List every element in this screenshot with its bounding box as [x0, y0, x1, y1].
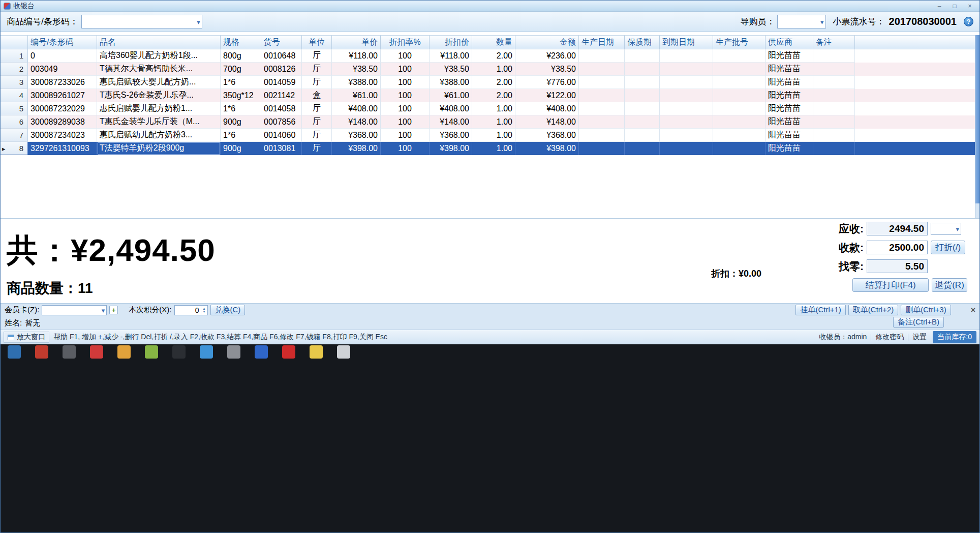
taskbar-icon[interactable]: [255, 345, 268, 359]
discount-button[interactable]: 打折(/): [931, 241, 965, 254]
chevron-down-icon[interactable]: ▾: [820, 18, 824, 25]
column-header[interactable]: 生产批号: [713, 36, 765, 49]
cell[interactable]: 1.00: [472, 63, 515, 76]
cell[interactable]: 300087234023: [28, 129, 97, 142]
taskbar-icon[interactable]: [282, 345, 295, 359]
spinner-arrows-icon[interactable]: ▴ ▾: [201, 306, 207, 315]
table-row[interactable]: 10高培360婴儿配方奶粉1段...800g0010648厅¥118.00100…: [1, 49, 979, 63]
spin-down-icon[interactable]: ▾: [203, 310, 205, 313]
cell[interactable]: 0013081: [261, 142, 302, 155]
cell[interactable]: [713, 49, 765, 63]
column-header[interactable]: 编号/条形码: [28, 36, 97, 49]
add-member-button[interactable]: +: [109, 306, 118, 314]
points-input[interactable]: 0 ▴ ▾: [174, 305, 208, 315]
taskbar-icon[interactable]: [90, 345, 103, 359]
cell[interactable]: 700g: [221, 63, 261, 76]
cell[interactable]: [813, 63, 855, 76]
row-header[interactable]: 6: [1, 115, 28, 129]
cell[interactable]: 1.00: [472, 142, 515, 155]
cell[interactable]: [660, 129, 713, 142]
cell[interactable]: 003049: [28, 63, 97, 76]
cell[interactable]: 100: [381, 89, 430, 102]
cell[interactable]: ¥398.00: [515, 142, 579, 155]
taskbar-icon[interactable]: [63, 345, 76, 359]
cell[interactable]: 3297261310093: [28, 142, 97, 155]
row-header[interactable]: ▸8: [1, 142, 28, 155]
cell[interactable]: ¥388.00: [430, 76, 472, 89]
cell[interactable]: [625, 89, 660, 102]
remark-button[interactable]: 备注(Ctrl+B): [893, 317, 944, 328]
cell[interactable]: T惠氏金装学儿乐厅装（M...: [97, 115, 221, 129]
cell[interactable]: [660, 89, 713, 102]
maximize-button[interactable]: □: [948, 2, 961, 10]
taskbar-icon[interactable]: [227, 345, 240, 359]
cell[interactable]: [713, 102, 765, 115]
cell[interactable]: 0010648: [261, 49, 302, 63]
column-header[interactable]: 规格: [221, 36, 261, 49]
cell[interactable]: 1.00: [472, 102, 515, 115]
cell[interactable]: 0: [28, 49, 97, 63]
retrieve-order-button[interactable]: 取单(Ctrl+2): [848, 305, 898, 315]
cell[interactable]: T德其尔大骨高钙助长米...: [97, 63, 221, 76]
cell[interactable]: 厅: [302, 129, 332, 142]
cell[interactable]: 1.00: [472, 115, 515, 129]
cell[interactable]: [660, 115, 713, 129]
taskbar-icon[interactable]: [310, 345, 323, 359]
cell[interactable]: 100: [381, 76, 430, 89]
cell[interactable]: 800g: [221, 49, 261, 63]
cell[interactable]: 厅: [302, 142, 332, 155]
cell[interactable]: 300087232029: [28, 102, 97, 115]
cell[interactable]: ¥408.00: [332, 102, 381, 115]
column-header[interactable]: 数量: [472, 36, 515, 49]
cell[interactable]: 厅: [302, 76, 332, 89]
cell[interactable]: 0014059: [261, 76, 302, 89]
table-row[interactable]: 4300089261027T惠氏S-26金装爱儿乐孕...350g*120021…: [1, 89, 979, 102]
column-header[interactable]: 生产日期: [579, 36, 625, 49]
cell[interactable]: 2.00: [472, 89, 515, 102]
minimize-button[interactable]: –: [933, 2, 946, 10]
cell[interactable]: [660, 102, 713, 115]
cell[interactable]: ¥368.00: [430, 129, 472, 142]
cell[interactable]: 100: [381, 142, 430, 155]
cell[interactable]: 300087233026: [28, 76, 97, 89]
cell[interactable]: [813, 115, 855, 129]
cell[interactable]: ¥61.00: [430, 89, 472, 102]
cell[interactable]: [625, 115, 660, 129]
cell[interactable]: 1*6: [221, 102, 261, 115]
cell[interactable]: 0007856: [261, 115, 302, 129]
cell[interactable]: 厅: [302, 63, 332, 76]
cell[interactable]: T惠氏S-26金装爱儿乐孕...: [97, 89, 221, 102]
row-header[interactable]: 7: [1, 129, 28, 142]
cell[interactable]: 900g: [221, 142, 261, 155]
cell[interactable]: 1*6: [221, 76, 261, 89]
exchange-button[interactable]: 兑换(C): [210, 305, 246, 315]
cell[interactable]: [713, 63, 765, 76]
cell[interactable]: ¥398.00: [430, 142, 472, 155]
cell[interactable]: [579, 76, 625, 89]
cell[interactable]: 0014058: [261, 102, 302, 115]
cell[interactable]: 惠氏启赋婴儿配方奶粉1...: [97, 102, 221, 115]
scrollbar-thumb[interactable]: [975, 35, 979, 203]
taskbar-icon[interactable]: [117, 345, 131, 359]
panel-close-icon[interactable]: ×: [971, 306, 975, 315]
cell[interactable]: [579, 129, 625, 142]
cell[interactable]: ¥148.00: [332, 115, 381, 129]
payment-method-select[interactable]: ▾: [931, 223, 961, 235]
cell[interactable]: 惠氏启赋较大婴儿配方奶...: [97, 76, 221, 89]
cell[interactable]: [625, 142, 660, 155]
cell[interactable]: 阳光苗苗: [765, 63, 813, 76]
row-header[interactable]: 2: [1, 63, 28, 76]
cell[interactable]: [713, 129, 765, 142]
cell[interactable]: [813, 76, 855, 89]
row-header[interactable]: 3: [1, 76, 28, 89]
table-row[interactable]: 7300087234023惠氏启赋幼儿配方奶粉3...1*60014060厅¥3…: [1, 129, 979, 142]
column-header[interactable]: 金额: [515, 36, 579, 49]
cell[interactable]: 2.00: [472, 76, 515, 89]
table-row[interactable]: 2003049T德其尔大骨高钙助长米...700g0008126厅¥38.501…: [1, 63, 979, 76]
cell[interactable]: [813, 89, 855, 102]
cell[interactable]: 100: [381, 63, 430, 76]
cell[interactable]: [579, 63, 625, 76]
cell[interactable]: 0014060: [261, 129, 302, 142]
cell[interactable]: [713, 115, 765, 129]
cell[interactable]: ¥118.00: [332, 49, 381, 63]
